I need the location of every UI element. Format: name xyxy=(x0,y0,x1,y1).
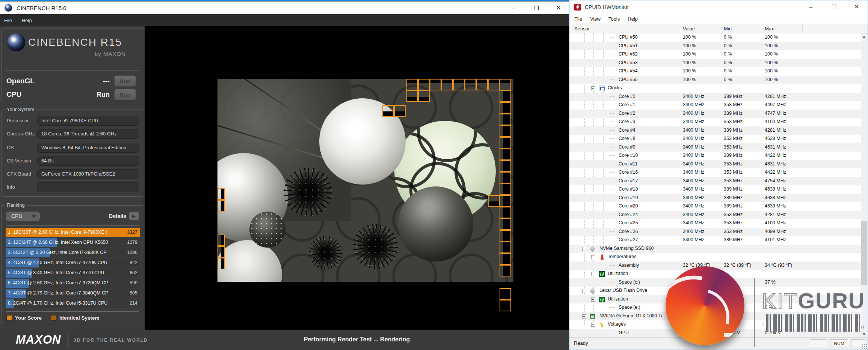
column-max[interactable]: Max xyxy=(765,26,774,32)
column-divider[interactable] xyxy=(802,25,803,32)
ranking-row-score: 662 xyxy=(130,270,137,275)
resize-grip[interactable] xyxy=(862,344,867,349)
speckled-sphere xyxy=(249,212,285,248)
minimize-button[interactable]: – xyxy=(505,2,522,14)
sensor-max: 4638 MHz xyxy=(765,203,786,209)
scroll-down-icon[interactable]: ▼ xyxy=(861,331,867,337)
tree-expander-icon[interactable] xyxy=(582,289,586,293)
cinebench-logo-subtitle: by MAXON xyxy=(58,51,126,57)
processor-field[interactable]: Intel Core i9-7980XE CPU xyxy=(37,116,139,126)
sensor-row[interactable]: Space (c:) 37 % 37 % 37 % xyxy=(569,278,862,287)
sensor-row[interactable]: NVMe Samsung SSD 960 xyxy=(569,245,862,253)
sensor-label: Core #10 xyxy=(619,153,638,158)
tree-expander-icon[interactable] xyxy=(591,86,595,90)
ranking-row[interactable]: 7. 4C/8T @ 2.79 GHz, Intel Core i7-3840Q… xyxy=(6,289,140,298)
os-field[interactable]: Windows 8, 64 Bit, Professional Edition xyxy=(37,143,139,153)
field-label: CB Version xyxy=(7,158,31,164)
close-button[interactable]: ✕ xyxy=(550,2,567,14)
minimize-button[interactable]: – xyxy=(802,0,820,13)
cinebench-titlebar[interactable]: CINEBENCH R15.0 – ✕ xyxy=(0,2,569,14)
sensor-row[interactable]: Assembly 32 °C (89 °F) 32 °C (89 °F) 34 … xyxy=(569,261,862,270)
ranking-row[interactable]: 1. 18C/36T @ 2.60 GHz, Intel Core i9-798… xyxy=(6,228,140,237)
tree-expander-icon[interactable] xyxy=(591,297,595,302)
menu-file[interactable]: File xyxy=(4,18,12,23)
sensor-row[interactable]: Core #27 3400 MHz 389 MHz 4101 MHz xyxy=(569,236,862,245)
column-min[interactable]: Min xyxy=(724,26,732,32)
ranking-row[interactable]: 4. 4C/8T @ 4.40 GHz, Intel Core i7-4770K… xyxy=(6,258,140,267)
vertical-scrollbar[interactable]: ▲ ▼ xyxy=(861,33,867,337)
sensor-value: 3400 MHz xyxy=(683,170,704,175)
menu-file[interactable]: File xyxy=(574,16,582,22)
tree-branch-icon xyxy=(610,107,615,114)
tree-expander-icon[interactable] xyxy=(591,255,595,259)
maximize-button[interactable] xyxy=(528,2,545,14)
starburst xyxy=(309,236,343,270)
menu-help[interactable]: Help xyxy=(628,16,638,22)
ranking-category-select[interactable]: CPU xyxy=(6,211,40,221)
column-divider[interactable] xyxy=(678,25,678,32)
details-button[interactable]: ▶ xyxy=(129,212,139,221)
menu-view[interactable]: View xyxy=(590,16,601,22)
sensor-max: 4631 MHz xyxy=(765,161,786,167)
ranking-legend: Your Score Identical System xyxy=(6,315,106,321)
tree-expander-icon[interactable] xyxy=(582,247,586,251)
hwmonitor-titlebar[interactable]: CPUID HWMonitor – ✕ xyxy=(569,0,868,14)
column-sensor[interactable]: Sensor xyxy=(574,26,590,32)
sensor-value: 100 % xyxy=(683,35,696,40)
tree-expander-icon[interactable] xyxy=(591,323,595,327)
tree-branch-icon xyxy=(610,166,615,173)
tree-expander-icon[interactable] xyxy=(591,272,595,276)
ranking-row[interactable]: 2. 12C/24T @ 2.66 GHz, Intel Xeon CPU X5… xyxy=(6,238,140,247)
ranking-row[interactable]: 6. 4C/8T @ 2.60 GHz, Intel Core i7-3720Q… xyxy=(6,279,140,288)
sensor-value: 3400 MHz xyxy=(683,161,704,167)
system-row-cores: Cores x GHz 18 Cores, 36 Threads @ 2.60 … xyxy=(2,129,143,139)
ranking-row[interactable]: 5. 4C/8T @ 3.40 GHz, Intel Core i7-3770 … xyxy=(6,269,140,278)
column-value[interactable]: Value xyxy=(683,26,695,32)
maxon-tagline: 3D FOR THE REAL WORLD xyxy=(74,338,148,343)
cb-version-field[interactable]: 64 Bit xyxy=(37,156,139,166)
sensor-value: 100 % xyxy=(683,60,696,65)
sensor-rows: CPU #50 100 % 0 % 100 % CPU #51 100 % 0 … xyxy=(569,33,862,337)
menu-help[interactable]: Help xyxy=(22,18,32,23)
sensor-icon xyxy=(599,322,605,327)
sensor-label: Core #0 xyxy=(619,94,635,99)
ranking-row-score: 214 xyxy=(130,300,137,306)
ranking-row[interactable]: 8. 2C/4T @ 1.70 GHz, Intel Core i5-3317U… xyxy=(6,299,140,308)
ranking-row-score: 3327 xyxy=(127,230,137,235)
gfx-board-field[interactable]: GeForce GTX 1080 Ti/PCIe/SSE2 xyxy=(37,169,139,179)
render-bucket-tile xyxy=(217,200,225,212)
close-button[interactable]: ✕ xyxy=(848,0,865,13)
sensor-row[interactable]: CPU #55 100 % 0 % 100 % xyxy=(569,76,862,84)
tree-branch-icon xyxy=(610,33,615,38)
sensor-value: 3400 MHz xyxy=(683,237,704,242)
scrollbar-thumb[interactable] xyxy=(861,221,867,285)
column-divider[interactable] xyxy=(760,25,760,32)
ranking-row[interactable]: 3. 6C/12T @ 3.30 GHz, Intel Core i7-3930… xyxy=(6,248,140,257)
sensor-row[interactable]: Space (e:) 0 % 0 % 0 % xyxy=(569,303,862,312)
render-bucket-tile xyxy=(500,242,511,253)
tree-expander-icon[interactable] xyxy=(582,314,586,318)
tree-branch-icon xyxy=(610,158,615,164)
sensor-icon xyxy=(589,246,596,252)
maximize-button[interactable] xyxy=(826,0,843,13)
column-divider[interactable] xyxy=(719,25,719,32)
tree-branch-icon xyxy=(610,65,615,71)
menu-tools[interactable]: Tools xyxy=(608,16,620,22)
scroll-up-icon[interactable]: ▲ xyxy=(861,33,867,40)
sensor-max: 100 % xyxy=(765,35,778,40)
tree-branch-icon xyxy=(610,74,615,80)
sensor-row[interactable]: NVIDIA GeForce GTX 1080 Ti xyxy=(569,312,862,321)
sensor-row[interactable]: Lexar USB Flash Drive xyxy=(569,287,862,295)
sensor-min: 353 MHz xyxy=(724,220,743,225)
sensor-min: 353 MHz xyxy=(724,212,743,217)
tree-branch-icon xyxy=(610,301,615,308)
sensor-row[interactable]: GPU 0.650 V 0.650 V 0.794 V xyxy=(569,329,862,338)
cores-field[interactable]: 18 Cores, 36 Threads @ 2.60 GHz xyxy=(37,129,139,139)
ranking-row-label: 4. 4C/8T @ 4.40 GHz, Intel Core i7-4770K… xyxy=(8,260,107,265)
opengl-run-button[interactable]: Run xyxy=(114,75,136,87)
sensor-value: 3400 MHz xyxy=(683,144,704,150)
info-field[interactable] xyxy=(37,182,139,192)
sensor-label: Core #16 xyxy=(619,170,638,175)
cpu-run-button[interactable]: Run xyxy=(114,89,136,100)
sensor-max: 4099 MHz xyxy=(765,229,786,234)
